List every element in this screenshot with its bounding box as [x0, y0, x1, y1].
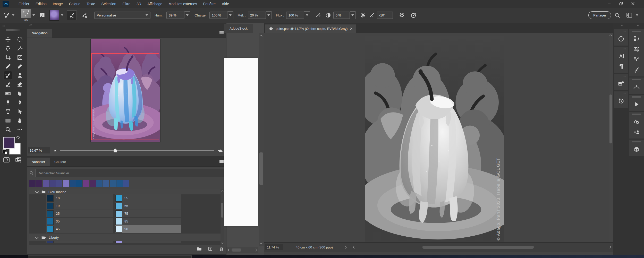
tool-zoom-icon[interactable] [4, 125, 12, 134]
tool-preset-picker[interactable] [4, 12, 16, 19]
panel-adjustments-icon[interactable] [629, 44, 644, 54]
recent-swatch[interactable] [56, 180, 62, 187]
navigator-thumbnail[interactable]: © Adagp, Paris 2023, Isabelle GOUGET [91, 39, 160, 142]
menu-item-image[interactable]: Image [50, 0, 66, 8]
tab-couleur[interactable]: Couleur [50, 158, 71, 166]
swatch-75[interactable]: 75 [115, 210, 181, 218]
panel-grip[interactable] [632, 96, 641, 98]
tool-brush-icon[interactable] [4, 71, 12, 80]
quick-mask-icon[interactable] [3, 157, 10, 163]
tool-gradient-icon[interactable] [4, 89, 12, 98]
navigator-zoom-slider[interactable] [60, 150, 214, 151]
chevron-down-icon[interactable] [266, 11, 272, 19]
panel-character-icon[interactable] [614, 51, 628, 61]
foreground-color-swatch[interactable] [3, 137, 15, 149]
collapse-dock-icon[interactable] [621, 24, 624, 27]
panel-grip[interactable] [632, 79, 641, 80]
document-tab[interactable]: poire.psb @ 11,7% (Ombre copie, RVB/8/sG… [265, 24, 356, 33]
swatch-search-input[interactable] [35, 169, 224, 177]
swatch-55[interactable]: 55 [115, 194, 181, 202]
panel-actions-icon[interactable] [629, 99, 644, 109]
recent-swatch[interactable] [103, 180, 109, 187]
menu-item-modules-externes[interactable]: Modules externes [165, 0, 200, 8]
recent-swatch[interactable] [123, 180, 129, 187]
panel-brushes-icon[interactable] [629, 54, 644, 65]
recent-swatch[interactable] [110, 180, 116, 187]
tool-eraser-icon[interactable] [16, 80, 24, 89]
status-popup-icon[interactable] [345, 245, 347, 249]
recent-swatch[interactable] [83, 180, 89, 187]
collapse-toolbar-icon[interactable] [2, 24, 5, 28]
scroll-right-icon[interactable] [255, 248, 257, 252]
panel-libraries-icon[interactable] [614, 79, 628, 89]
tool-clone-stamp-icon[interactable] [16, 71, 24, 80]
flow-field[interactable]: 100 % [286, 11, 310, 19]
swatch-65[interactable]: 65 [115, 202, 181, 210]
swap-colors-icon[interactable] [15, 135, 21, 141]
smoothing-field[interactable]: 0 % [333, 11, 356, 19]
share-button[interactable]: Partager [588, 11, 611, 19]
menu-item-affichage[interactable]: Affichage [144, 0, 165, 8]
panel-tool-presets-icon[interactable] [629, 116, 644, 127]
close-button[interactable] [627, 0, 639, 7]
load-field[interactable]: 100 % [209, 11, 233, 19]
swatch-25[interactable]: 25 [46, 210, 113, 218]
zoom-slider-thumb[interactable] [114, 149, 117, 152]
new-swatch-icon[interactable] [208, 246, 213, 252]
panel-clone-source-icon[interactable] [629, 127, 644, 137]
tool-hand-icon[interactable] [16, 116, 24, 125]
scroll-down-icon[interactable] [259, 242, 264, 245]
chevron-down-icon[interactable] [350, 11, 356, 19]
tool-dodge-icon[interactable] [4, 98, 12, 107]
scroll-up-icon[interactable] [221, 190, 224, 192]
tool-marquee-icon[interactable] [16, 35, 24, 44]
panel-grip[interactable] [617, 31, 625, 32]
menu-item-s-lection[interactable]: Sélection [98, 0, 120, 8]
recent-swatch[interactable] [116, 180, 123, 187]
workspace-icon[interactable] [626, 12, 633, 19]
menu-item-fen-tre[interactable]: Fenêtre [200, 0, 219, 8]
recent-swatch[interactable] [90, 180, 96, 187]
menu-item-3d[interactable]: 3D [133, 0, 144, 8]
new-group-icon[interactable] [197, 246, 202, 252]
screen-mode-icon[interactable] [15, 157, 22, 163]
menu-item-fichier[interactable]: Fichier [15, 0, 32, 8]
scrollbar-thumb[interactable] [232, 248, 241, 252]
scrollbar-thumb[interactable] [422, 246, 534, 249]
load-brush-toggle[interactable] [67, 10, 77, 20]
scroll-up-icon[interactable] [259, 35, 264, 37]
tab-nuancier[interactable]: Nuancier [27, 158, 50, 166]
tool-ellipsis-icon[interactable] [16, 125, 24, 134]
status-zoom-field[interactable]: 11,74 % [265, 244, 283, 250]
navigator-zoom-value[interactable]: 16,67 % [28, 147, 50, 153]
tab-adobestock[interactable]: AdobeStock [224, 24, 253, 33]
panel-grip[interactable] [617, 93, 625, 94]
recent-swatch[interactable] [29, 180, 36, 187]
stock-vertical-scrollbar[interactable] [259, 33, 264, 246]
scrollbar-thumb[interactable] [221, 203, 223, 218]
angle-value[interactable]: -10° [377, 12, 393, 19]
panel-paths-icon[interactable] [629, 82, 644, 92]
swatch-45[interactable]: 45 [46, 225, 113, 233]
tool-move-icon[interactable] [4, 35, 12, 44]
toolbar-grip[interactable] [6, 29, 21, 31]
scroll-right-icon[interactable] [609, 245, 612, 249]
navigator-view-rectangle[interactable] [91, 53, 159, 140]
mix-field[interactable]: 20 % [248, 11, 272, 19]
collapse-panels-icon[interactable] [29, 23, 32, 27]
stock-page-preview[interactable] [224, 58, 258, 226]
document-canvas[interactable]: © Adagp, Paris 2023, Isabelle GOUGET [365, 36, 504, 245]
scrollbar-thumb[interactable] [609, 94, 612, 143]
brush-preset-picker[interactable]: 606 [21, 9, 37, 21]
scroll-left-icon[interactable] [227, 248, 230, 252]
recent-swatch[interactable] [43, 180, 49, 187]
paint-target-icon[interactable] [410, 12, 417, 19]
swatch-partial[interactable] [46, 241, 113, 243]
tool-lasso-icon[interactable] [4, 44, 12, 53]
scroll-down-icon[interactable] [221, 242, 224, 244]
tool-crop-icon[interactable] [4, 53, 12, 62]
clean-brush-button[interactable] [80, 11, 89, 20]
menu-item-filtre[interactable]: Filtre [119, 0, 133, 8]
restore-button[interactable] [615, 0, 627, 7]
recent-swatch[interactable] [49, 180, 56, 187]
